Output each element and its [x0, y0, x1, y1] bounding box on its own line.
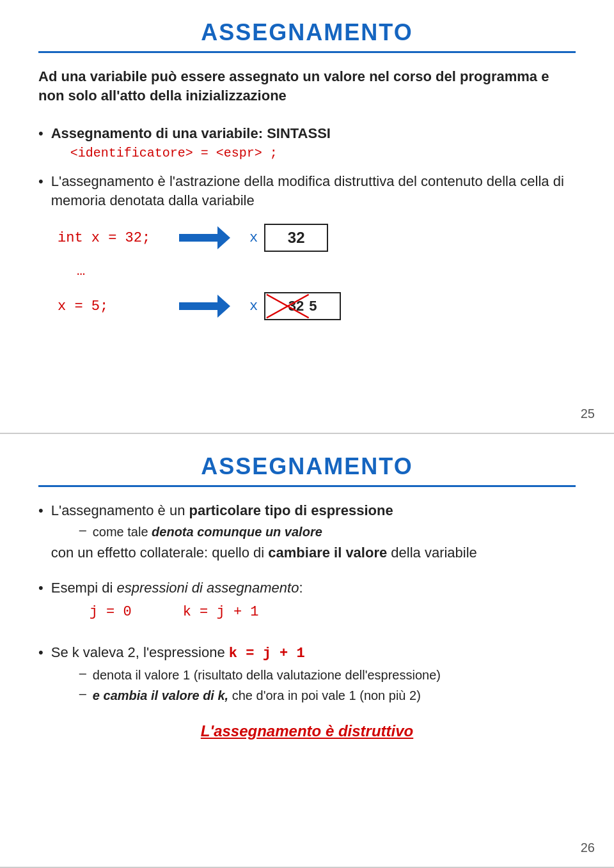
slide-1: ASSEGNAMENTO Ad una variabile può essere… — [0, 0, 614, 434]
slide2-bullet-dot-3: • — [38, 644, 43, 661]
slide2-b3-dash1-text: denota il valore 1 (risultato della valu… — [93, 666, 441, 684]
dash-symbol-1: – — [79, 523, 86, 538]
slide1-diagram: int x = 32; x 32 … x = 5; — [58, 224, 576, 320]
slide2-b3-dash2: – e cambia il valore di k, che d'ora in … — [79, 686, 441, 704]
slide1-bullet2-text: L'assegnamento è l'astrazione della modi… — [51, 172, 576, 210]
diag1-arrow — [179, 226, 230, 249]
bullet-dot-1: • — [38, 125, 43, 142]
diag1-box: 32 — [264, 224, 328, 252]
slide2-bullet2: • Esempi di espressioni di assegnamento:… — [38, 578, 576, 626]
bullet-dot-2: • — [38, 173, 43, 190]
ellipsis: … — [77, 263, 576, 279]
diag2-label: x — [249, 298, 258, 314]
diag2-arrow — [179, 295, 230, 318]
slide2-expr1: j = 0 — [90, 604, 132, 620]
slide2-bullet3: • Se k valeva 2, l'espressione k = j + 1… — [38, 643, 576, 707]
slide-1-title: ASSEGNAMENTO — [38, 19, 576, 53]
slide2-b3-text: Se k valeva 2, l'espressione k = j + 1 — [51, 643, 441, 663]
slide2-b1-dash1: – come tale denota comunque un valore — [79, 523, 477, 541]
diag1-label: x — [249, 230, 258, 246]
diag2-old-value: 32 — [288, 298, 304, 314]
slide2-bullet1: • L'assegnamento è un particolare tipo d… — [38, 501, 576, 562]
slide2-bottom: L'assegnamento è distruttivo — [38, 722, 576, 740]
dash-symbol-2: – — [79, 666, 86, 681]
diag2-box: 32 5 — [264, 292, 341, 320]
slide2-number: 26 — [581, 841, 595, 855]
diag-row-2: x = 5; x 32 5 — [58, 292, 576, 320]
diag-row-1: int x = 32; x 32 — [58, 224, 576, 252]
dash-symbol-3: – — [79, 686, 86, 701]
slide2-b2-text: Esempi di espressioni di assegnamento: — [51, 578, 303, 598]
slide2-b1-text: L'assegnamento è un particolare tipo di … — [51, 501, 477, 520]
slide2-code-examples: j = 0 k = j + 1 — [90, 604, 303, 620]
slide-2-content: • L'assegnamento è un particolare tipo d… — [38, 501, 576, 740]
slide2-bullet-dot-2: • — [38, 580, 43, 596]
slide2-expr2: k = j + 1 — [183, 604, 259, 620]
svg-marker-1 — [217, 226, 230, 249]
svg-rect-0 — [179, 234, 217, 242]
diag2-code: x = 5; — [58, 298, 160, 314]
slide1-intro-item: Ad una variabile può essere assegnato un… — [38, 67, 576, 105]
slide1-bullet2: • L'assegnamento è l'astrazione della mo… — [38, 172, 576, 210]
slide2-b3-code: k = j + 1 — [229, 646, 305, 662]
slide2-b3-dash1: – denota il valore 1 (risultato della va… — [79, 666, 441, 684]
slide2-b3-dash2-text: e cambia il valore di k, che d'ora in po… — [93, 686, 421, 704]
slide2-b1-extra: con un effetto collaterale: quello di ca… — [51, 543, 477, 562]
slide1-intro-text: Ad una variabile può essere assegnato un… — [38, 67, 576, 105]
slide1-number: 25 — [581, 407, 595, 421]
slide2-bullet-dot-1: • — [38, 502, 43, 519]
slide-2-title: ASSEGNAMENTO — [38, 453, 576, 487]
svg-rect-2 — [179, 302, 217, 310]
slide1-bullet1-label: Assegnamento di una variabile: SINTASSI — [51, 124, 331, 143]
slide2-b1-dash1-text: come tale denota comunque un valore — [93, 523, 322, 541]
diag1-cell: x 32 — [249, 224, 328, 252]
diag2-cell: x 32 5 — [249, 292, 341, 320]
slide1-syntax: <identificatore> = <espr> ; — [70, 146, 331, 160]
diag1-code: int x = 32; — [58, 230, 160, 246]
svg-marker-3 — [217, 295, 230, 318]
slide1-bullet1: • Assegnamento di una variabile: SINTASS… — [38, 124, 576, 163]
slide-1-content: Ad una variabile può essere assegnato un… — [38, 67, 576, 320]
diag2-new-value: 5 — [309, 298, 317, 314]
slide-2: ASSEGNAMENTO • L'assegnamento è un parti… — [0, 434, 614, 868]
